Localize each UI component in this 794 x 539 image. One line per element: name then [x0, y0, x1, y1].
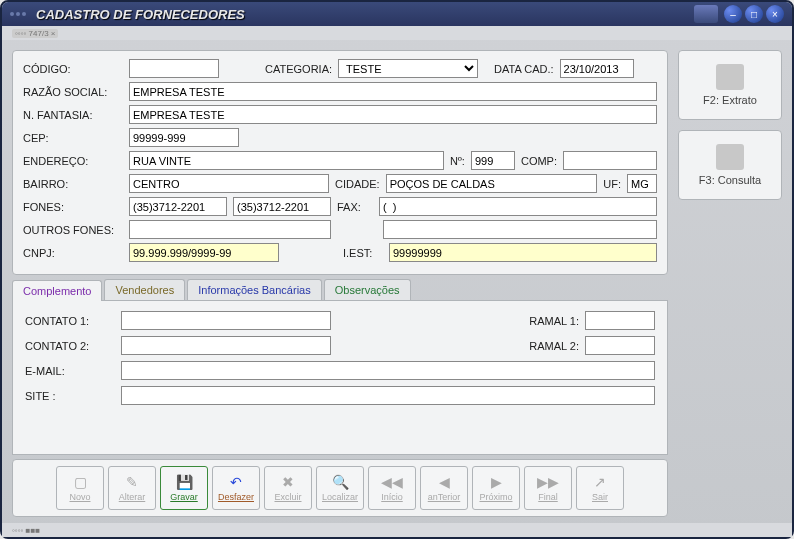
codigo-input[interactable] — [129, 59, 219, 78]
undo-icon: ↶ — [230, 474, 242, 490]
gravar-button[interactable]: 💾Gravar — [160, 466, 208, 510]
label-contato2: CONTATO 2: — [25, 340, 115, 352]
edit-icon: ✎ — [126, 474, 138, 490]
footer-bar: ◦◦◦◦ ■■■ — [2, 523, 792, 537]
label-fantasia: N. FANTASIA: — [23, 109, 123, 121]
tab-bancarias[interactable]: Informações Bancárias — [187, 279, 322, 300]
label-datacad: DATA CAD.: — [494, 63, 554, 75]
close-button[interactable]: × — [766, 5, 784, 23]
email-input[interactable] — [121, 361, 655, 380]
tab-vendedores[interactable]: Vendedores — [104, 279, 185, 300]
label-email: E-MAIL: — [25, 365, 115, 377]
label-ramal2: RAMAL 2: — [529, 340, 579, 352]
label-fax: FAX: — [337, 201, 373, 213]
inicio-button[interactable]: ◀◀Início — [368, 466, 416, 510]
title-dots-icon — [10, 12, 30, 16]
novo-button[interactable]: ▢Novo — [56, 466, 104, 510]
extrato-button[interactable]: F2: Extrato — [678, 50, 782, 120]
endereco-input[interactable] — [129, 151, 444, 170]
consulta-icon — [716, 144, 744, 170]
label-endereco: ENDEREÇO: — [23, 155, 123, 167]
sair-button[interactable]: ↗Sair — [576, 466, 624, 510]
localizar-button[interactable]: 🔍Localizar — [316, 466, 364, 510]
excluir-button[interactable]: ✖Excluir — [264, 466, 312, 510]
label-cnpj: CNPJ: — [23, 247, 123, 259]
first-icon: ◀◀ — [381, 474, 403, 490]
consulta-button[interactable]: F3: Consulta — [678, 130, 782, 200]
exit-icon: ↗ — [594, 474, 606, 490]
titlebar: CADASTRO DE FORNECEDORES – □ × — [2, 2, 792, 26]
categoria-select[interactable]: TESTE — [338, 59, 478, 78]
bairro-input[interactable] — [129, 174, 329, 193]
extrato-label: F2: Extrato — [703, 94, 757, 106]
sub-bar: ◦◦◦◦ 747/3 × — [2, 26, 792, 40]
iest-input[interactable] — [389, 243, 657, 262]
label-cidade: CIDADE: — [335, 178, 380, 190]
cnpj-input[interactable] — [129, 243, 279, 262]
label-codigo: CÓDIGO: — [23, 63, 123, 75]
label-razao: RAZÃO SOCIAL: — [23, 86, 123, 98]
title-clip-icon — [694, 5, 718, 23]
contato2-input[interactable] — [121, 336, 331, 355]
prev-icon: ◀ — [439, 474, 450, 490]
search-icon: 🔍 — [332, 474, 349, 490]
fone1-input[interactable] — [129, 197, 227, 216]
label-categoria: CATEGORIA: — [265, 63, 332, 75]
minimize-button[interactable]: – — [724, 5, 742, 23]
consulta-label: F3: Consulta — [699, 174, 761, 186]
label-ramal1: RAMAL 1: — [529, 315, 579, 327]
label-uf: UF: — [603, 178, 621, 190]
save-icon: 💾 — [176, 474, 193, 490]
label-outros: OUTROS FONES: — [23, 224, 123, 236]
razao-input[interactable] — [129, 82, 657, 101]
cep-input[interactable] — [129, 128, 239, 147]
fone2-input[interactable] — [233, 197, 331, 216]
label-numero: Nº: — [450, 155, 465, 167]
label-cep: CEP: — [23, 132, 123, 144]
tab-panel: Complemento Vendedores Informações Bancá… — [12, 279, 668, 455]
ramal1-input[interactable] — [585, 311, 655, 330]
toolbar: ▢Novo ✎Alterar 💾Gravar ↶Desfazer ✖Exclui… — [12, 459, 668, 517]
comp-input[interactable] — [563, 151, 657, 170]
fax-input[interactable] — [379, 197, 657, 216]
tab-complemento[interactable]: Complemento — [12, 280, 102, 301]
uf-input[interactable] — [627, 174, 657, 193]
label-site: SITE : — [25, 390, 115, 402]
next-icon: ▶ — [491, 474, 502, 490]
form-panel: CÓDIGO: CATEGORIA: TESTE DATA CAD.: RAZÃ… — [12, 50, 668, 275]
label-contato1: CONTATO 1: — [25, 315, 115, 327]
site-input[interactable] — [121, 386, 655, 405]
delete-icon: ✖ — [282, 474, 294, 490]
anterior-button[interactable]: ◀anTerior — [420, 466, 468, 510]
extrato-icon — [716, 64, 744, 90]
outros1-input[interactable] — [129, 220, 331, 239]
app-window: CADASTRO DE FORNECEDORES – □ × ◦◦◦◦ 747/… — [0, 0, 794, 539]
label-iest: I.EST: — [343, 247, 383, 259]
final-button[interactable]: ▶▶Final — [524, 466, 572, 510]
maximize-button[interactable]: □ — [745, 5, 763, 23]
new-icon: ▢ — [74, 474, 87, 490]
last-icon: ▶▶ — [537, 474, 559, 490]
fantasia-input[interactable] — [129, 105, 657, 124]
cidade-input[interactable] — [386, 174, 598, 193]
alterar-button[interactable]: ✎Alterar — [108, 466, 156, 510]
numero-input[interactable] — [471, 151, 515, 170]
tab-observacoes[interactable]: Observações — [324, 279, 411, 300]
datacad-input[interactable] — [560, 59, 634, 78]
contato1-input[interactable] — [121, 311, 331, 330]
label-comp: COMP: — [521, 155, 557, 167]
outros2-input[interactable] — [383, 220, 657, 239]
desfazer-button[interactable]: ↶Desfazer — [212, 466, 260, 510]
ramal2-input[interactable] — [585, 336, 655, 355]
window-title: CADASTRO DE FORNECEDORES — [36, 7, 245, 22]
label-fones: FONES: — [23, 201, 123, 213]
proximo-button[interactable]: ▶Próximo — [472, 466, 520, 510]
label-bairro: BAIRRO: — [23, 178, 123, 190]
